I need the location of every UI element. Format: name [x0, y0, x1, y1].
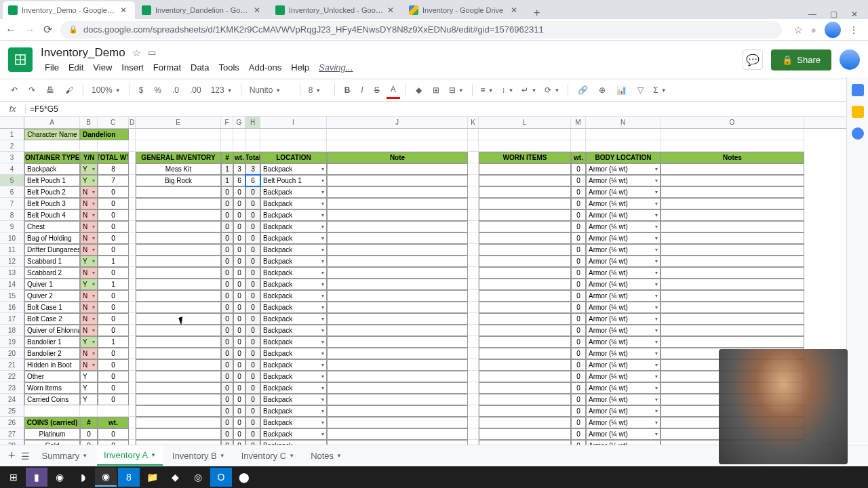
cell[interactable]: 0 — [233, 313, 245, 325]
cell[interactable]: 0 — [98, 244, 129, 256]
cell[interactable]: 0 — [571, 325, 586, 336]
redo-button[interactable]: ↷ — [24, 83, 39, 98]
cell[interactable] — [129, 256, 136, 267]
cell[interactable] — [327, 232, 468, 244]
cell[interactable] — [136, 186, 221, 198]
cell[interactable] — [468, 417, 479, 428]
col-header[interactable]: J — [327, 117, 468, 128]
cell[interactable] — [660, 244, 804, 256]
cell[interactable] — [479, 198, 571, 209]
cell[interactable]: 0 — [221, 313, 233, 325]
cell[interactable] — [98, 140, 129, 152]
cell[interactable] — [586, 140, 660, 152]
cell[interactable]: 0 — [571, 175, 586, 186]
cell[interactable]: Bag of Holding — [24, 232, 80, 244]
cell[interactable] — [660, 175, 804, 186]
cell[interactable]: 0 — [245, 302, 260, 313]
font-select[interactable]: Nunito▼ — [247, 84, 294, 96]
cell[interactable]: Backpack — [260, 256, 327, 267]
cell[interactable]: Armor (¼ wt) — [586, 313, 660, 325]
cell[interactable]: 0 — [571, 290, 586, 302]
cell[interactable] — [660, 336, 804, 348]
cell[interactable] — [660, 129, 804, 140]
cell[interactable]: 0 — [233, 359, 245, 371]
cell[interactable] — [327, 371, 468, 382]
cell[interactable]: 0 — [221, 279, 233, 290]
cell[interactable] — [479, 417, 571, 428]
cell[interactable]: 0 — [571, 209, 586, 221]
comment-button[interactable]: ⊕ — [595, 83, 610, 98]
cell[interactable]: Total — [245, 152, 260, 163]
cell[interactable]: Armor (¼ wt) — [586, 348, 660, 359]
cell[interactable]: Notes — [660, 152, 804, 163]
cell[interactable]: 0 — [571, 267, 586, 279]
cell[interactable]: Armor (¼ wt) — [586, 175, 660, 186]
cell[interactable] — [660, 198, 804, 209]
cell[interactable] — [80, 140, 98, 152]
cell[interactable] — [468, 359, 479, 371]
cell[interactable]: 0 — [245, 417, 260, 428]
cell[interactable] — [468, 382, 479, 394]
cell[interactable] — [129, 336, 136, 348]
cell[interactable] — [468, 140, 479, 152]
cell[interactable] — [136, 256, 221, 267]
cell[interactable]: Drifter Dungarees — [24, 244, 80, 256]
row-header[interactable]: 19 — [0, 336, 24, 348]
cell[interactable]: 0 — [233, 186, 245, 198]
star-icon[interactable]: ☆ — [132, 47, 141, 58]
cell[interactable] — [327, 302, 468, 313]
cell[interactable]: 0 — [221, 232, 233, 244]
cell[interactable] — [136, 405, 221, 417]
cell[interactable] — [468, 348, 479, 359]
cell[interactable] — [136, 209, 221, 221]
cell[interactable]: Armor (¼ wt) — [586, 405, 660, 417]
cell[interactable]: N — [80, 290, 98, 302]
cell[interactable] — [660, 313, 804, 325]
cell[interactable]: Backpack — [24, 163, 80, 175]
cell[interactable]: WORN ITEMS — [479, 152, 571, 163]
print-button[interactable]: 🖶 — [42, 83, 58, 98]
cell[interactable] — [136, 232, 221, 244]
col-header[interactable]: G — [233, 117, 245, 128]
cell[interactable]: 0 — [571, 279, 586, 290]
cell[interactable] — [479, 394, 571, 405]
cell[interactable]: Backpack — [260, 405, 327, 417]
cell[interactable]: 0 — [233, 405, 245, 417]
cell[interactable]: 0 — [221, 428, 233, 440]
cell[interactable]: # — [80, 417, 98, 428]
col-header[interactable]: E — [136, 117, 221, 128]
cell[interactable]: 0 — [245, 186, 260, 198]
cell[interactable] — [479, 428, 571, 440]
row-header[interactable]: 10 — [0, 232, 24, 244]
cell[interactable]: 0 — [221, 417, 233, 428]
cell[interactable] — [245, 140, 260, 152]
formula-input[interactable]: =F5*G5 — [26, 104, 58, 114]
cell[interactable]: 0 — [233, 325, 245, 336]
cell[interactable] — [327, 256, 468, 267]
cell[interactable]: TOTAL WT — [98, 152, 129, 163]
cell[interactable]: N — [80, 359, 98, 371]
sheets-logo-icon[interactable] — [8, 47, 33, 72]
cell[interactable] — [479, 267, 571, 279]
cell[interactable] — [136, 394, 221, 405]
cell[interactable]: Dandelion — [80, 129, 129, 140]
cell[interactable]: 0 — [233, 221, 245, 232]
cell[interactable] — [660, 256, 804, 267]
cell[interactable] — [660, 267, 804, 279]
cell[interactable]: Y — [80, 371, 98, 382]
cell[interactable] — [136, 428, 221, 440]
cell[interactable]: N — [80, 244, 98, 256]
col-header[interactable]: C — [98, 117, 129, 128]
italic-button[interactable]: I — [357, 83, 367, 98]
cell[interactable]: Armor (¼ wt) — [586, 209, 660, 221]
cell[interactable] — [129, 394, 136, 405]
cell[interactable]: 0 — [233, 348, 245, 359]
start-button[interactable]: ⊞ — [3, 468, 24, 487]
browser-tab[interactable]: Inventory_Dandelion - Google Sh✕ — [136, 1, 269, 19]
cell[interactable]: BODY LOCATION — [586, 152, 660, 163]
cell[interactable] — [129, 417, 136, 428]
cell[interactable]: 7 — [98, 175, 129, 186]
cell[interactable]: 0 — [98, 325, 129, 336]
menu-file[interactable]: File — [41, 61, 63, 74]
cell[interactable]: Chest — [24, 221, 80, 232]
